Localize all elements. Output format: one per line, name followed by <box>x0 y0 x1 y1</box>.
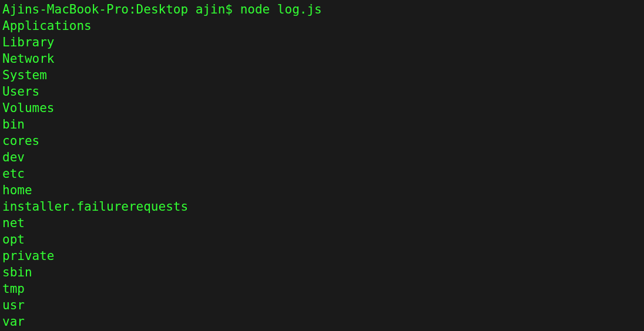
output-line: bin <box>2 116 642 133</box>
output-line: Users <box>2 83 642 100</box>
prompt-space <box>188 2 196 16</box>
output-line: net <box>2 215 642 231</box>
output-line: Applications <box>2 18 642 34</box>
terminal-window[interactable]: Ajins-MacBook-Pro:Desktop ajin$ node log… <box>2 1 642 330</box>
output-line: tmp <box>2 281 642 297</box>
output-line: Volumes <box>2 100 642 116</box>
output-line: dev <box>2 149 642 166</box>
prompt-command-space <box>233 2 240 16</box>
output-line: sbin <box>2 264 642 281</box>
output-line: etc <box>2 166 642 182</box>
command-line: Ajins-MacBook-Pro:Desktop ajin$ node log… <box>2 1 642 18</box>
output-line: installer.failurerequests <box>2 198 642 215</box>
command-text: node log.js <box>240 2 322 16</box>
prompt-path: Desktop <box>136 2 189 16</box>
output-line: var <box>2 313 642 330</box>
prompt-separator-colon: : <box>129 2 136 16</box>
output-line: cores <box>2 133 642 149</box>
output-line: private <box>2 248 642 264</box>
output-line: Library <box>2 34 642 50</box>
output-line: home <box>2 182 642 198</box>
output-line: System <box>2 67 642 83</box>
output-line: Network <box>2 50 642 67</box>
output-line: opt <box>2 231 642 248</box>
prompt-symbol: $ <box>225 2 233 16</box>
prompt-host: Ajins-MacBook-Pro <box>2 2 129 16</box>
output-line: usr <box>2 297 642 313</box>
prompt-user: ajin <box>196 2 226 16</box>
